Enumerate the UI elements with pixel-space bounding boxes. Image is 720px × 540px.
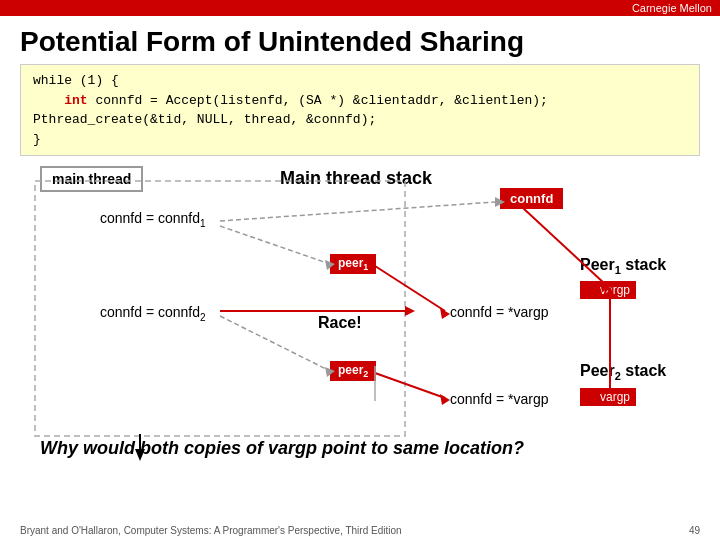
svg-rect-0 <box>35 181 405 436</box>
code-line3: Pthread_create(&tid, NULL, thread, &conn… <box>33 110 687 130</box>
peer2-box: peer2 <box>330 361 376 381</box>
svg-line-11 <box>375 373 445 398</box>
brand-label: Carnegie Mellon <box>632 2 712 14</box>
connfd2-label: connfd = connfd2 <box>100 304 206 323</box>
page-number: 49 <box>689 525 700 536</box>
code-line4: } <box>33 130 687 150</box>
footer-credit: Bryant and O'Hallaron, Computer Systems:… <box>20 525 402 536</box>
peer2-stack-label: Peer2 stack <box>580 362 666 382</box>
code-line2-rest: connfd = Accept(listenfd, (SA *) &client… <box>88 93 548 108</box>
svg-marker-16 <box>405 306 415 316</box>
svg-marker-8 <box>440 308 450 319</box>
why-text: Why would both copies of vargp point to … <box>40 438 524 459</box>
svg-line-5 <box>220 226 330 264</box>
main-thread-stack-label: Main thread stack <box>280 168 432 189</box>
header-bar: Carnegie Mellon <box>0 0 720 16</box>
connfd1-label: connfd = connfd1 <box>100 210 206 229</box>
connfd-stack-box: connfd <box>500 188 563 209</box>
footer: Bryant and O'Hallaron, Computer Systems:… <box>20 525 700 536</box>
svg-line-9 <box>220 316 330 371</box>
race-label: Race! <box>318 314 362 332</box>
svg-marker-12 <box>440 394 450 405</box>
vargp1-box: vargp <box>580 281 636 299</box>
diagram-area: main thread Main thread stack connfd con… <box>20 166 700 506</box>
vargp2-dot <box>586 391 596 401</box>
svg-line-7 <box>375 266 445 311</box>
code-block: while (1) { int connfd = Accept(listenfd… <box>20 64 700 156</box>
vargp2-box: vargp <box>580 388 636 406</box>
page-title: Potential Form of Unintended Sharing <box>0 16 720 64</box>
peer1-stack-label: Peer1 stack <box>580 256 666 276</box>
main-thread-box: main thread <box>40 166 143 192</box>
vargp-assign1-label: connfd = *vargp <box>450 304 548 320</box>
code-keyword-int: int <box>64 93 87 108</box>
code-line1: while (1) { <box>33 71 687 91</box>
svg-line-1 <box>220 202 495 221</box>
peer1-box: peer1 <box>330 254 376 274</box>
vargp1-dot <box>586 284 596 294</box>
code-line2: int connfd = Accept(listenfd, (SA *) &cl… <box>33 91 687 111</box>
vargp-assign2-label: connfd = *vargp <box>450 391 548 407</box>
